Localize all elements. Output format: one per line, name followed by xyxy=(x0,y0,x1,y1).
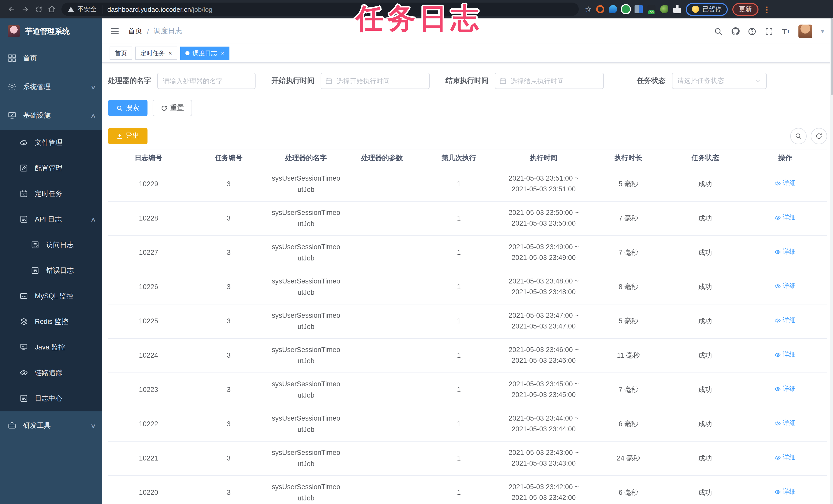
handler-cell: sysUserSessionTimeoutJob xyxy=(268,448,344,470)
duration-cell: 11 毫秒 xyxy=(590,350,667,361)
browser-home-icon[interactable] xyxy=(45,3,58,16)
breadcrumb-home[interactable]: 首页 xyxy=(128,27,142,36)
tab-首页[interactable]: 首页 xyxy=(110,47,132,60)
detail-link[interactable]: 详细 xyxy=(775,316,796,326)
sidebar-item-定时任务[interactable]: 定时任务 xyxy=(0,181,102,207)
browser-menu-icon[interactable]: ⋮ xyxy=(763,5,771,13)
browser-back-icon[interactable] xyxy=(5,3,19,16)
sidebar-item-系统管理[interactable]: 系统管理∨ xyxy=(0,73,102,101)
extension-icon[interactable] xyxy=(660,5,669,13)
sidebar-item-日志中心[interactable]: 日志中心 xyxy=(0,386,102,411)
screen: 不安全 dashboard.yudao.iocoder.cn/job/log ☆… xyxy=(0,0,833,504)
close-icon[interactable]: × xyxy=(221,50,224,56)
extension-icon[interactable] xyxy=(609,5,617,13)
sidebar-item-错误日志[interactable]: 错误日志 xyxy=(0,258,102,283)
calendar-icon xyxy=(499,77,506,84)
detail-link[interactable]: 详细 xyxy=(775,453,796,463)
app-title: 芋道管理系统 xyxy=(25,26,70,36)
eye-icon xyxy=(20,369,29,378)
extensions-puzzle-icon[interactable] xyxy=(673,5,682,13)
column-header: 执行时间 xyxy=(497,153,590,163)
log-id-cell: 10228 xyxy=(108,213,189,224)
browser-refresh-icon[interactable] xyxy=(32,3,45,16)
close-icon[interactable]: × xyxy=(168,50,172,56)
duration-cell: 6 毫秒 xyxy=(590,419,667,430)
detail-link[interactable]: 详细 xyxy=(775,487,796,497)
sidebar-item-API 日志[interactable]: API 日志∧ xyxy=(0,207,102,232)
time-cell: 2021-05-03 23:44:00 ~2021-05-03 23:44:00 xyxy=(497,413,590,435)
sidebar-item-Java 监控[interactable]: Java 监控 xyxy=(0,335,102,360)
font-size-icon[interactable]: TT xyxy=(781,27,790,36)
extension-icon[interactable] xyxy=(596,5,604,13)
sidebar-item-文件管理[interactable]: 文件管理 xyxy=(0,130,102,155)
paused-extension-pill[interactable]: 已暂停 xyxy=(686,3,728,16)
security-chip[interactable]: 不安全 xyxy=(68,5,102,14)
table-row: 102273sysUserSessionTimeoutJob12021-05-0… xyxy=(108,236,827,270)
column-header: 任务状态 xyxy=(667,153,744,163)
sidebar-item-访问日志[interactable]: 访问日志 xyxy=(0,232,102,258)
scrollbar[interactable] xyxy=(830,19,833,504)
extension-on-icon[interactable]: on xyxy=(648,5,656,13)
sidebar-item-基础设施[interactable]: 基础设施∧ xyxy=(0,101,102,130)
chevron-up-icon: ∧ xyxy=(90,216,96,223)
time-cell: 2021-05-03 23:50:00 ~2021-05-03 23:50:00 xyxy=(497,208,590,229)
action-cell: 详细 xyxy=(744,384,827,396)
detail-link[interactable]: 详细 xyxy=(775,350,796,360)
toggle-search-button[interactable] xyxy=(790,128,806,144)
detail-link[interactable]: 详细 xyxy=(775,384,796,394)
detail-link[interactable]: 详细 xyxy=(775,418,796,429)
handler-cell: sysUserSessionTimeoutJob xyxy=(268,413,344,435)
sidebar-item-MySQL 监控[interactable]: MySQL 监控 xyxy=(0,283,102,309)
extension-icon[interactable] xyxy=(635,5,643,13)
bookmark-star-icon[interactable]: ☆ xyxy=(585,5,592,14)
tab-调度日志[interactable]: 调度日志× xyxy=(180,47,230,60)
column-header: 第几次执行 xyxy=(421,153,497,163)
edit-icon xyxy=(20,164,29,173)
calendar-icon xyxy=(325,77,332,84)
github-icon[interactable] xyxy=(731,27,740,36)
browser-actions: ☆ on 已暂停 更新 ⋮ xyxy=(585,3,771,16)
sidebar-item-首页[interactable]: 首页 xyxy=(0,44,102,73)
export-button[interactable]: 导出 xyxy=(108,128,147,144)
browser-forward-icon[interactable] xyxy=(19,3,32,16)
time-cell: 2021-05-03 23:45:00 ~2021-05-03 23:45:00 xyxy=(497,379,590,401)
user-avatar[interactable] xyxy=(798,24,812,38)
search-icon[interactable] xyxy=(714,27,723,36)
main: 首页 / 调度日志 TT ▼ 首页定时任务×调度日志× xyxy=(102,19,833,504)
nth-cell: 1 xyxy=(421,213,497,224)
sidebar-item-研发工具[interactable]: 研发工具∨ xyxy=(0,411,102,440)
eye-icon xyxy=(775,489,781,495)
hamburger-icon[interactable] xyxy=(110,26,120,36)
reset-button[interactable]: 重置 xyxy=(152,100,192,116)
end-time-input[interactable] xyxy=(495,73,604,89)
action-cell: 详细 xyxy=(744,178,827,190)
help-icon[interactable] xyxy=(747,27,757,36)
app-logo-row[interactable]: 芋道管理系统 xyxy=(0,19,102,44)
detail-link[interactable]: 详细 xyxy=(775,247,796,257)
refresh-table-button[interactable] xyxy=(810,128,827,144)
search-button[interactable]: 搜索 xyxy=(108,100,147,116)
status-select[interactable]: 请选择任务状态 xyxy=(672,73,766,89)
detail-link[interactable]: 详细 xyxy=(775,212,796,223)
tab-定时任务[interactable]: 定时任务× xyxy=(135,47,177,60)
column-header: 操作 xyxy=(744,153,827,163)
start-time-input[interactable] xyxy=(320,73,430,89)
handler-input[interactable] xyxy=(157,73,256,89)
log-id-cell: 10225 xyxy=(108,316,189,327)
table-header-row: 日志编号任务编号处理器的名字处理器的参数第几次执行执行时间执行时长任务状态操作 xyxy=(108,149,827,167)
browser-update-button[interactable]: 更新 xyxy=(732,3,759,16)
start-time-label: 开始执行时间 xyxy=(271,76,314,85)
scrollbar-thumb[interactable] xyxy=(830,19,832,95)
chevron-down-icon[interactable]: ▼ xyxy=(820,28,825,34)
action-cell: 详细 xyxy=(744,487,827,499)
address-bar[interactable]: 不安全 dashboard.yudao.iocoder.cn/job/log xyxy=(62,3,579,16)
sidebar-item-链路追踪[interactable]: 链路追踪 xyxy=(0,360,102,386)
sidebar-item-Redis 监控[interactable]: Redis 监控 xyxy=(0,309,102,335)
detail-link[interactable]: 详细 xyxy=(775,281,796,292)
nth-cell: 1 xyxy=(421,453,497,464)
detail-link[interactable]: 详细 xyxy=(775,178,796,188)
warning-icon xyxy=(68,6,74,12)
sidebar-item-配置管理[interactable]: 配置管理 xyxy=(0,155,102,181)
extension-icon[interactable] xyxy=(622,5,630,13)
fullscreen-icon[interactable] xyxy=(764,27,774,36)
